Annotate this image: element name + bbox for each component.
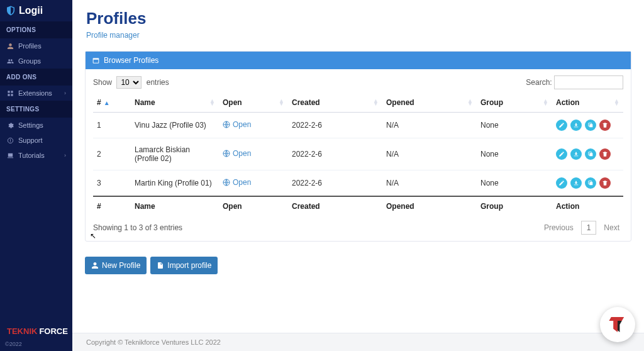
- user-plus-icon: [91, 262, 99, 269]
- pagination: Previous 1 Next: [540, 221, 623, 235]
- gear-icon: [6, 121, 14, 129]
- import-profile-button[interactable]: Import profile: [150, 257, 218, 274]
- col-action[interactable]: Action▲▼: [552, 93, 623, 113]
- cell-name: Vinu Jazz (Profile 03): [131, 113, 219, 138]
- cell-created: 2022-2-6: [288, 138, 382, 170]
- panel-title: Browser Profiles: [104, 56, 158, 65]
- sidebar-copyright: ©2022: [0, 341, 72, 351]
- current-page[interactable]: 1: [581, 221, 597, 235]
- extensions-icon: [6, 89, 14, 97]
- cell-name: Martin King (Profile 01): [131, 170, 219, 197]
- page-subtitle[interactable]: Profile manager: [86, 31, 630, 40]
- sidebar-item-groups[interactable]: Groups: [0, 53, 72, 69]
- svg-rect-8: [589, 124, 592, 127]
- page-title: Profiles: [86, 9, 630, 28]
- col-created[interactable]: Created▲▼: [288, 93, 382, 113]
- svg-rect-6: [94, 59, 99, 62]
- cell-group: None: [477, 138, 552, 170]
- download-action-icon[interactable]: [570, 120, 582, 131]
- open-profile-link[interactable]: Open: [223, 149, 251, 158]
- browser-profiles-panel: Browser Profiles Show 10 entries Search:: [85, 51, 631, 242]
- sidebar-item-label: Profiles: [18, 42, 42, 50]
- sidebar-item-label: Groups: [18, 57, 41, 65]
- copy-action-icon[interactable]: [585, 177, 596, 189]
- table-row: 3Martin King (Profile 01)Open2022-2-6N/A…: [93, 170, 623, 197]
- download-action-icon[interactable]: [570, 148, 582, 160]
- svg-rect-3: [11, 94, 13, 96]
- cell-created: 2022-2-6: [288, 170, 382, 197]
- col-group[interactable]: Group▲▼: [477, 93, 552, 113]
- floating-badge[interactable]: [600, 307, 635, 342]
- sidebar-item-extensions[interactable]: Extensions ›: [0, 86, 72, 101]
- cell-opened: N/A: [382, 138, 477, 170]
- search-input[interactable]: [554, 75, 623, 89]
- sidebar-item-label: Extensions: [18, 89, 52, 97]
- table-row: 1Vinu Jazz (Profile 03)Open2022-2-6N/ANo…: [93, 113, 623, 138]
- search-box: Search:: [526, 75, 623, 89]
- shield-icon: [5, 5, 16, 16]
- cell-created: 2022-2-6: [288, 113, 382, 138]
- col-opened[interactable]: Opened▲▼: [382, 93, 477, 113]
- file-icon: [157, 262, 164, 269]
- chevron-right-icon: ›: [64, 152, 66, 159]
- globe-icon: [223, 121, 230, 128]
- tf-badge-icon: [607, 314, 628, 335]
- edit-action-icon[interactable]: [556, 120, 567, 131]
- new-profile-button[interactable]: New Profile: [85, 257, 147, 274]
- main-content: Profiles Profile manager Browser Profile…: [72, 0, 644, 351]
- col-name[interactable]: Name▲▼: [131, 93, 219, 113]
- user-icon: [6, 42, 14, 50]
- edit-action-icon[interactable]: [556, 148, 567, 160]
- svg-rect-1: [11, 91, 13, 92]
- cell-group: None: [477, 113, 552, 138]
- edit-action-icon[interactable]: [556, 177, 567, 189]
- page-footer: Copyright © Teknikforce Ventures LLC 202…: [72, 333, 644, 351]
- globe-icon: [223, 150, 230, 157]
- entries-selector: Show 10 entries: [93, 76, 169, 89]
- svg-rect-11: [589, 153, 592, 156]
- sidebar-item-label: Tutorials: [18, 152, 45, 159]
- entries-select[interactable]: 10: [116, 76, 142, 89]
- col-open[interactable]: Open▲▼: [219, 93, 288, 113]
- copy-action-icon[interactable]: [585, 148, 596, 160]
- delete-action-icon[interactable]: [599, 177, 611, 189]
- delete-action-icon[interactable]: [599, 120, 611, 131]
- cell-opened: N/A: [382, 170, 477, 197]
- brand-logo[interactable]: Logii: [0, 0, 72, 21]
- sidebar-item-label: Support: [18, 136, 43, 144]
- sidebar-item-label: Settings: [18, 121, 43, 129]
- cell-num: 3: [93, 170, 131, 197]
- panel-header: Browser Profiles: [86, 52, 631, 69]
- browser-icon: [92, 57, 100, 65]
- open-profile-link[interactable]: Open: [223, 178, 251, 187]
- sidebar-item-profiles[interactable]: Profiles: [0, 38, 72, 53]
- sidebar-item-support[interactable]: Support: [0, 133, 72, 148]
- cell-num: 2: [93, 138, 131, 170]
- sidebar-item-tutorials[interactable]: Tutorials ›: [0, 148, 72, 163]
- groups-icon: [6, 57, 14, 65]
- table-row: 2Lamarck Biskian (Profile 02)Open2022-2-…: [93, 138, 623, 170]
- chevron-right-icon: ›: [64, 90, 66, 96]
- open-profile-link[interactable]: Open: [223, 120, 251, 129]
- cell-num: 1: [93, 113, 131, 138]
- table-info: Showing 1 to 3 of 3 entries: [93, 223, 182, 232]
- prev-page-button[interactable]: Previous: [540, 221, 577, 234]
- profiles-table: #▲ Name▲▼ Open▲▼ Created▲▼ Opened▲▼ Grou…: [93, 93, 623, 216]
- next-page-button[interactable]: Next: [600, 221, 623, 234]
- download-action-icon[interactable]: [570, 177, 582, 189]
- sidebar-item-settings[interactable]: Settings: [0, 118, 72, 133]
- cell-opened: N/A: [382, 113, 477, 138]
- sidebar-section-addons: ADD ONS: [0, 69, 72, 86]
- sidebar-section-options: OPTIONS: [0, 21, 72, 38]
- col-num[interactable]: #▲: [93, 93, 131, 113]
- sidebar: Logii OPTIONS Profiles Groups ADD ONS Ex…: [0, 0, 72, 351]
- svg-rect-0: [8, 91, 9, 92]
- copy-action-icon[interactable]: [585, 120, 596, 131]
- support-icon: [6, 136, 14, 144]
- svg-rect-2: [8, 94, 9, 96]
- delete-action-icon[interactable]: [599, 148, 611, 160]
- cell-group: None: [477, 170, 552, 197]
- brand-text: Logii: [19, 5, 43, 16]
- svg-rect-14: [589, 182, 592, 185]
- tutorials-icon: [6, 152, 14, 159]
